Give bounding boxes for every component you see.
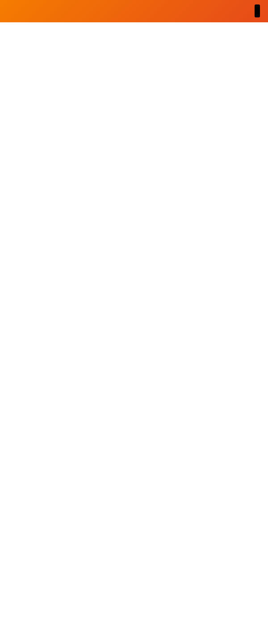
brand xyxy=(255,4,260,17)
header xyxy=(0,0,268,22)
header-right xyxy=(255,5,260,17)
